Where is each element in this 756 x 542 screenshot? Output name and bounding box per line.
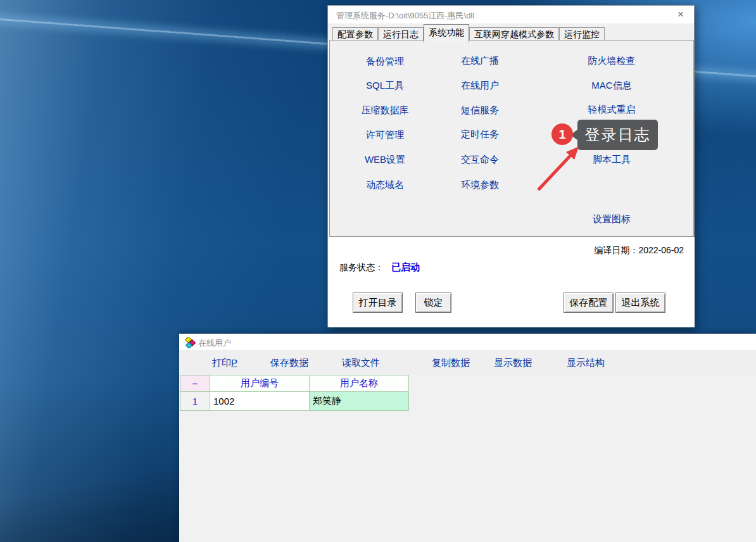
column-header-user-name[interactable]: 用户名称 xyxy=(310,375,409,392)
link-interactive-commands[interactable]: 交互命令 xyxy=(461,154,499,166)
link-script-tools[interactable]: 脚本工具 xyxy=(593,154,631,166)
online-users-toolbar: 打印P 保存数据 读取文件 复制数据 显示数据 显示结构 xyxy=(179,350,756,375)
table-header-row: − 用户编号 用户名称 xyxy=(180,375,409,392)
link-light-mode-restart[interactable]: 轻模式重启 xyxy=(588,104,636,116)
service-status-label: 服务状态： xyxy=(339,262,384,272)
print-button[interactable]: 打印P xyxy=(212,357,237,369)
link-compress-database[interactable]: 压缩数据库 xyxy=(362,104,409,117)
online-users-titlebar: 在线用户 xyxy=(179,334,756,350)
column-header-user-id[interactable]: 用户编号 xyxy=(210,375,310,392)
link-scheduled-tasks[interactable]: 定时任务 xyxy=(461,129,499,141)
online-users-window: 在线用户 打印P 保存数据 读取文件 复制数据 显示数据 显示结构 − 用户编号… xyxy=(179,334,756,542)
online-users-title: 在线用户 xyxy=(198,337,231,349)
exit-system-button[interactable]: 退出系统 xyxy=(615,293,665,313)
link-online-broadcast[interactable]: 在线广播 xyxy=(461,55,499,67)
login-log-highlight[interactable]: 登录日志 xyxy=(577,120,658,150)
tab-system-functions[interactable]: 系统功能 xyxy=(424,24,469,42)
user-id-cell[interactable]: 1002 xyxy=(210,392,310,411)
link-backup-management[interactable]: 备份管理 xyxy=(366,56,404,68)
compile-date-label: 编译日期： xyxy=(594,245,638,255)
open-directory-button[interactable]: 打开目录 xyxy=(353,293,403,313)
link-environment-params[interactable]: 环境参数 xyxy=(461,179,499,191)
service-status-value: 已启动 xyxy=(391,262,420,272)
link-online-users[interactable]: 在线用户 xyxy=(461,80,499,92)
copy-data-button[interactable]: 复制数据 xyxy=(432,357,470,369)
link-dynamic-domain[interactable]: 动态域名 xyxy=(366,179,404,191)
user-name-cell[interactable]: 郑笑静 xyxy=(310,392,409,411)
save-data-button[interactable]: 保存数据 xyxy=(270,357,308,369)
online-users-icon xyxy=(184,337,196,348)
show-data-button[interactable]: 显示数据 xyxy=(494,357,532,369)
row-number-cell[interactable]: 1 xyxy=(180,392,210,411)
link-sql-tools[interactable]: SQL工具 xyxy=(366,80,404,92)
main-window-titlebar: 管理系统服务-D:\oit\9055江西-惠民\dll × xyxy=(328,6,694,23)
link-sms-service[interactable]: 短信服务 xyxy=(461,104,499,117)
service-status: 服务状态：已启动 xyxy=(339,262,420,274)
show-structure-button[interactable]: 显示结构 xyxy=(567,357,605,369)
compile-date: 编译日期：2022-06-02 xyxy=(594,245,684,256)
link-mac-info[interactable]: MAC信息 xyxy=(591,80,631,92)
table-row: 1 1002 郑笑静 xyxy=(180,392,409,411)
link-set-icon[interactable]: 设置图标 xyxy=(593,213,631,225)
annotation-arrow-icon xyxy=(531,139,589,198)
link-web-settings[interactable]: WEB设置 xyxy=(365,154,405,166)
read-file-button[interactable]: 读取文件 xyxy=(342,357,380,369)
tab-strip: 配置参数运行日志系统功能互联网穿越模式参数运行监控 xyxy=(328,23,694,40)
main-window-footer: 编译日期：2022-06-02 服务状态：已启动 打开目录 锁定 保存配置 退出… xyxy=(329,237,695,327)
online-users-table: − 用户编号 用户名称 1 1002 郑笑静 xyxy=(180,375,409,411)
save-config-button[interactable]: 保存配置 xyxy=(564,293,614,313)
table-corner-header[interactable]: − xyxy=(180,375,210,392)
close-icon[interactable]: × xyxy=(673,8,688,22)
link-firewall-check[interactable]: 防火墙检查 xyxy=(588,55,636,67)
compile-date-value: 2022-06-02 xyxy=(638,245,684,255)
window-title: 管理系统服务-D:\oit\9055江西-惠民\dll xyxy=(336,10,474,22)
main-window: 管理系统服务-D:\oit\9055江西-惠民\dll × 配置参数运行日志系统… xyxy=(327,5,695,327)
lock-button[interactable]: 锁定 xyxy=(415,293,451,313)
link-license-management[interactable]: 许可管理 xyxy=(366,129,404,141)
